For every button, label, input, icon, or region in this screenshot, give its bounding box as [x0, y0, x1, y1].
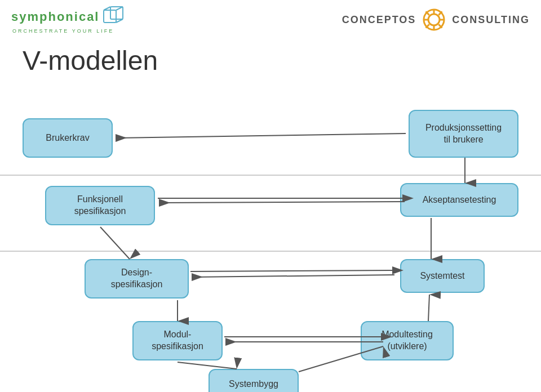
svg-line-29: [178, 362, 237, 369]
modultesting-box: Modultesting(utviklere): [361, 321, 454, 360]
cube-icon: [103, 6, 125, 28]
svg-line-24: [190, 270, 392, 271]
header: symphonical ORCHESTRATE YOUR LIFE CONCEP…: [0, 0, 541, 39]
svg-line-30: [428, 295, 429, 321]
logo-left: symphonical ORCHESTRATE YOUR LIFE: [11, 6, 125, 34]
consulting-text: CONSULTING: [452, 14, 530, 26]
svg-line-19: [116, 133, 406, 138]
wheel-icon: [422, 7, 446, 32]
akseptanse-box: Akseptansetesting: [400, 183, 518, 217]
divider-2: [0, 251, 541, 252]
svg-line-20: [159, 202, 405, 203]
page-title: V-modellen: [0, 39, 541, 87]
svg-line-23: [192, 275, 394, 277]
svg-line-32: [100, 227, 130, 259]
systemtest-box: Systemtest: [400, 259, 485, 293]
diagram: Brukerkrav Produksjonssettingtil brukere…: [0, 87, 541, 392]
symphonical-text: symphonical: [11, 10, 99, 24]
brukerkrav-box: Brukerkrav: [23, 118, 113, 158]
tagline: ORCHESTRATE YOUR LIFE: [12, 28, 114, 34]
logo-right: CONCEPTOS CONSULTING: [342, 7, 530, 32]
modulspesifikasjon-box: Modul-spesifikasjon: [132, 321, 223, 360]
divider-1: [0, 175, 541, 176]
funksjonell-box: Funksjonellspesifikasjon: [45, 186, 155, 225]
design-box: Design-spesifikasjon: [85, 259, 189, 299]
symphonical-logo: symphonical: [11, 6, 125, 28]
svg-point-6: [428, 14, 440, 25]
produksjonssetting-box: Produksjonssettingtil brukere: [409, 110, 518, 158]
systembygg-box: Systembygg: [209, 369, 299, 392]
conceptos-text: CONCEPTOS: [342, 14, 416, 26]
